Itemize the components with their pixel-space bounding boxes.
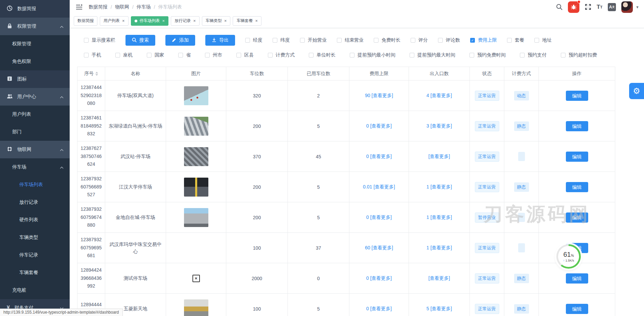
cell-fee: 60 [查看更多] [349, 233, 409, 263]
column-header-label: 状态 [482, 71, 492, 76]
filter-checkbox-结束营业[interactable]: 结束营业 [337, 37, 364, 43]
close-icon[interactable]: × [193, 19, 196, 23]
fee-more-link[interactable]: 60 [查看更多] [365, 245, 393, 250]
tab-数据简报[interactable]: 数据简报 [74, 16, 97, 26]
checkbox-label: 提前预约最小时间 [358, 52, 395, 58]
filter-checkbox-预约免费时间[interactable]: 预约免费时间 [469, 52, 506, 58]
fee-more-link[interactable]: 0 [查看更多] [366, 215, 392, 220]
gates-more-link[interactable]: 5 [查看更多] [427, 306, 452, 311]
close-icon[interactable]: × [255, 19, 258, 23]
filter-checkbox-开始营业[interactable]: 开始营业 [300, 37, 327, 43]
tab-车辆类型[interactable]: 车辆类型× [202, 16, 231, 26]
avatar[interactable] [621, 1, 633, 13]
sidebar-item-部门[interactable]: 部门 [0, 123, 70, 141]
filter-checkbox-提前预约最大时间[interactable]: 提前预约最大时间 [410, 52, 455, 58]
search-button[interactable]: 搜索 [125, 35, 155, 46]
gates-more-link[interactable]: 1 [查看更多] [427, 215, 452, 220]
sidebar-item-停车场列表[interactable]: 停车场列表 [0, 176, 70, 194]
gates-more-link[interactable]: 4 [查看更多] [427, 93, 452, 98]
sidebar-item-硬件列表[interactable]: 硬件列表 [0, 211, 70, 229]
sidebar-item-数据简报[interactable]: 数据简报 [0, 0, 70, 18]
hamburger-icon[interactable] [76, 4, 83, 10]
sidebar-item-角色权限[interactable]: 角色权限 [0, 53, 70, 70]
gates-more-link[interactable]: 1 [查看更多] [427, 184, 452, 189]
sidebar-item-物联网[interactable]: 物联网 [0, 141, 70, 158]
filter-checkbox-单位时长[interactable]: 单位时长 [309, 52, 336, 58]
sidebar-item-车辆套餐[interactable]: 车辆套餐 [0, 264, 70, 281]
edit-button[interactable]: 编辑 [566, 273, 588, 284]
sidebar-item-权限管理[interactable]: 权限管理 [0, 18, 70, 35]
cell-status: 正常运营 [470, 294, 504, 316]
add-button[interactable]: 添加 [165, 35, 195, 46]
filter-checkbox-区县[interactable]: 区县 [236, 52, 254, 58]
fee-more-link[interactable]: 0 [查看更多] [366, 154, 392, 159]
fee-more-link[interactable]: 0.01 [查看更多] [363, 184, 395, 189]
filter-checkbox-费用上限[interactable]: ✓费用上限 [470, 37, 497, 43]
cell-gates: 1 [查看更多] [409, 202, 470, 233]
sidebar-item-停车记录[interactable]: 停车记录 [0, 246, 70, 264]
gates-more-link[interactable]: 3 [查看更多] [427, 123, 452, 129]
gates-more-link[interactable]: [查看更多] [429, 275, 450, 281]
filter-checkbox-计费方式[interactable]: 计费方式 [268, 52, 295, 58]
close-icon[interactable]: × [122, 19, 125, 23]
search-icon[interactable] [556, 4, 562, 10]
gates-more-link[interactable]: [查看更多] [429, 154, 450, 159]
close-icon[interactable]: × [224, 19, 227, 23]
breadcrumb-item[interactable]: 物联网 [115, 4, 129, 10]
sidebar-item-车辆类型[interactable]: 车辆类型 [0, 229, 70, 246]
fee-more-link[interactable]: 90 [查看更多] [365, 93, 393, 98]
settings-gear-button[interactable]: ⚙ [629, 83, 644, 99]
sidebar-item-图标[interactable]: I图标 [0, 70, 70, 88]
fullscreen-icon[interactable] [585, 4, 591, 10]
filter-checkbox-纬度[interactable]: 纬度 [273, 37, 290, 43]
filter-checkbox-经度[interactable]: 经度 [245, 37, 262, 43]
tab-车辆套餐[interactable]: 车辆套餐× [233, 16, 261, 26]
filter-checkbox-评分[interactable]: 评分 [411, 37, 428, 43]
sidebar-item-用户列表[interactable]: 用户列表 [0, 106, 70, 123]
filter-checkbox-评论数[interactable]: 评论数 [438, 37, 460, 43]
building-photo [184, 208, 208, 227]
edit-button[interactable]: 编辑 [566, 212, 588, 223]
tab-停车场列表[interactable]: 停车场列表× [131, 16, 169, 26]
filter-checkbox-手机[interactable]: 手机 [84, 52, 101, 58]
filter-checkbox-地址[interactable]: 地址 [534, 37, 552, 43]
translate-icon[interactable]: A文 [608, 3, 616, 11]
fee-more-link[interactable]: 0 [查看更多] [366, 123, 392, 129]
sidebar-item-用户中心[interactable]: 用户中心 [0, 88, 70, 106]
export-button[interactable]: 导出 [205, 35, 235, 46]
edit-button[interactable]: 编辑 [566, 121, 588, 131]
filter-checkbox-预约超时扣费[interactable]: 预约超时扣费 [561, 52, 597, 58]
show-search-checkbox-显示搜索栏[interactable]: 显示搜索栏 [84, 37, 115, 43]
tab-放行记录[interactable]: 放行记录× [171, 16, 200, 26]
filter-checkbox-州市[interactable]: 州市 [205, 52, 222, 58]
billing-badge: 静态 [514, 182, 529, 192]
filter-checkbox-座机[interactable]: 座机 [115, 52, 133, 58]
checkbox-box [115, 53, 120, 58]
sort-carets-icon[interactable] [95, 72, 98, 76]
edit-button[interactable]: 编辑 [566, 304, 588, 314]
filter-checkbox-国家[interactable]: 国家 [147, 52, 164, 58]
fee-more-link[interactable]: 0 [查看更多] [366, 306, 392, 311]
gates-more-link[interactable]: 1 [查看更多] [427, 245, 452, 250]
filter-checkbox-省[interactable]: 省 [178, 52, 191, 58]
caret-down-icon[interactable]: ▼ [636, 5, 639, 9]
filter-checkbox-预约支付[interactable]: 预约支付 [520, 52, 547, 58]
tab-用户列表[interactable]: 用户列表× [100, 16, 129, 26]
button-label: 导出 [219, 37, 229, 43]
close-icon[interactable]: × [162, 19, 165, 23]
breadcrumb-item[interactable]: 停车场 [137, 4, 151, 10]
bug-button[interactable] [568, 1, 579, 13]
filter-checkbox-提前预约最小时间[interactable]: 提前预约最小时间 [350, 52, 395, 58]
filter-checkbox-免费时长[interactable]: 免费时长 [374, 37, 400, 43]
edit-button[interactable]: 编辑 [566, 182, 588, 192]
edit-button[interactable]: 编辑 [566, 91, 588, 101]
sidebar-item-停车场[interactable]: 停车场 [0, 158, 70, 176]
font-size-icon[interactable]: TT [597, 4, 602, 10]
fee-more-link[interactable]: 0 [查看更多] [366, 275, 392, 281]
sidebar-item-充电桩[interactable]: 充电桩 [0, 281, 70, 299]
filter-checkbox-套餐[interactable]: 套餐 [507, 37, 524, 43]
edit-button[interactable]: 编辑 [566, 152, 588, 162]
breadcrumb-item[interactable]: 数据简报 [89, 4, 108, 10]
sidebar-item-权限管理[interactable]: 权限管理 [0, 35, 70, 53]
sidebar-item-放行记录[interactable]: 放行记录 [0, 194, 70, 211]
